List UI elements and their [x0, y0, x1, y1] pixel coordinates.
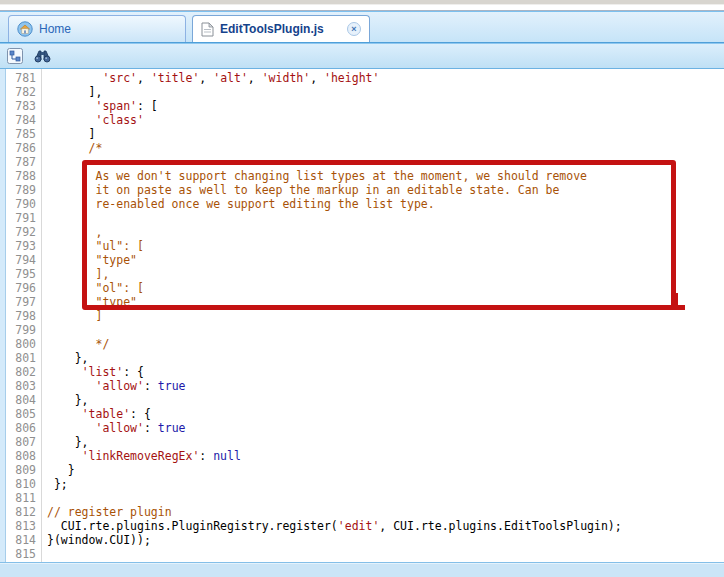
home-icon [17, 21, 33, 37]
line-number: 799 [6, 323, 36, 337]
line-number: 795 [6, 267, 36, 281]
code-line[interactable]: ] [47, 309, 724, 323]
code-line[interactable]: */ [47, 337, 724, 351]
line-number: 807 [6, 435, 36, 449]
line-number: 798 [6, 309, 36, 323]
line-number: 814 [6, 533, 36, 547]
code-line[interactable]: "type" [47, 253, 724, 267]
code-line[interactable]: 'src', 'title', 'alt', 'width', 'height' [47, 71, 724, 85]
code-line[interactable]: CUI.rte.plugins.PluginRegistry.register(… [47, 519, 724, 533]
line-number: 793 [6, 239, 36, 253]
code-line[interactable]: }, [47, 435, 724, 449]
line-number: 802 [6, 365, 36, 379]
code-line[interactable]: }, [47, 351, 724, 365]
code-line[interactable] [47, 155, 724, 169]
tab-bar: Home EditToolsPlugin.js × [0, 10, 724, 43]
code-line[interactable]: "ul": [ [47, 239, 724, 253]
line-number: 812 [6, 505, 36, 519]
code-line[interactable] [47, 211, 724, 225]
tree-view-icon [7, 48, 23, 64]
panel-bottom-edge [0, 562, 724, 577]
line-number: 800 [6, 337, 36, 351]
code-line[interactable]: } [47, 463, 724, 477]
line-number: 804 [6, 393, 36, 407]
code-line[interactable]: 'linkRemoveRegEx': null [47, 449, 724, 463]
line-number: 783 [6, 99, 36, 113]
line-number: 813 [6, 519, 36, 533]
line-number: 809 [6, 463, 36, 477]
find-icon [34, 48, 51, 63]
line-number: 782 [6, 85, 36, 99]
code-line[interactable] [47, 491, 724, 505]
tree-view-button[interactable] [6, 47, 24, 65]
code-line[interactable]: "ol": [ [47, 281, 724, 295]
code-line[interactable]: ] [47, 127, 724, 141]
line-number: 784 [6, 113, 36, 127]
line-number: 806 [6, 421, 36, 435]
line-number: 796 [6, 281, 36, 295]
line-number: 810 [6, 477, 36, 491]
code-line[interactable]: // register plugin [47, 505, 724, 519]
line-number: 790 [6, 197, 36, 211]
code-line[interactable]: , [47, 225, 724, 239]
code-editor: 7817827837847857867877887897907917927937… [0, 69, 724, 562]
code-line[interactable]: 'table': { [47, 407, 724, 421]
code-line[interactable]: As we don't support changing list types … [47, 169, 724, 183]
find-button[interactable] [33, 47, 51, 65]
code-line[interactable]: 'list': { [47, 365, 724, 379]
code-line[interactable]: }(window.CUI)); [47, 533, 724, 547]
code-line[interactable]: ], [47, 85, 724, 99]
close-icon[interactable]: × [347, 22, 361, 36]
tab-home[interactable]: Home [8, 15, 186, 42]
code-line[interactable]: 'class' [47, 113, 724, 127]
line-number: 801 [6, 351, 36, 365]
code-line[interactable]: re-enabled once we support editing the l… [47, 197, 724, 211]
line-number: 789 [6, 183, 36, 197]
line-number: 811 [6, 491, 36, 505]
document-icon [201, 22, 214, 37]
line-number: 791 [6, 211, 36, 225]
line-number: 805 [6, 407, 36, 421]
line-number: 786 [6, 141, 36, 155]
code-line[interactable]: it on paste as well to keep the markup i… [47, 183, 724, 197]
code-line[interactable]: 'allow': true [47, 379, 724, 393]
tab-label: EditToolsPlugin.js [220, 22, 324, 36]
line-number: 815 [6, 547, 36, 561]
line-number: 803 [6, 379, 36, 393]
line-number: 788 [6, 169, 36, 183]
code-line[interactable]: 'allow': true [47, 421, 724, 435]
line-number: 787 [6, 155, 36, 169]
line-number: 808 [6, 449, 36, 463]
tab-label: Home [39, 22, 71, 36]
code-pane[interactable]: 'src', 'title', 'alt', 'width', 'height'… [42, 69, 724, 562]
gutter: 7817827837847857867877887897907917927937… [6, 69, 42, 562]
code-line[interactable]: /* [47, 141, 724, 155]
code-line[interactable]: }; [47, 477, 724, 491]
code-line[interactable]: 'span': [ [47, 99, 724, 113]
line-number: 797 [6, 295, 36, 309]
code-line[interactable]: }, [47, 393, 724, 407]
code-line[interactable]: ], [47, 267, 724, 281]
line-number: 785 [6, 127, 36, 141]
line-number: 794 [6, 253, 36, 267]
line-number: 781 [6, 71, 36, 85]
line-number: 792 [6, 225, 36, 239]
code-line[interactable] [47, 323, 724, 337]
code-line[interactable]: "type" [47, 295, 724, 309]
tab-edittoolsplugin-js[interactable]: EditToolsPlugin.js × [192, 15, 370, 42]
editor-toolbar [0, 43, 724, 69]
code-line[interactable] [47, 547, 724, 561]
